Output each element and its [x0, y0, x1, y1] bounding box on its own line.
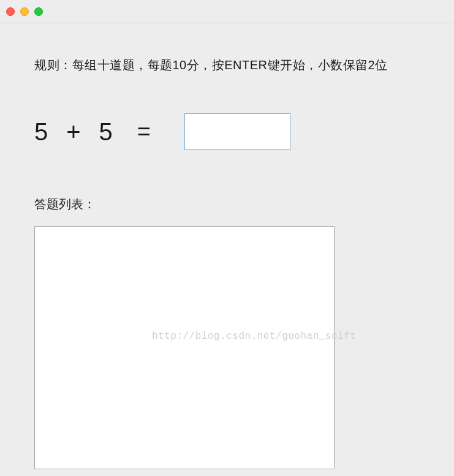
maximize-icon[interactable] [34, 7, 43, 16]
answer-list[interactable] [34, 226, 335, 469]
rules-text: 规则：每组十道题，每题10分，按ENTER键开始，小数保留2位 [34, 57, 420, 74]
minimize-icon[interactable] [20, 7, 29, 16]
operand-a: 5 [34, 118, 48, 146]
equation-row: 5 + 5 = [34, 113, 420, 150]
answer-input[interactable] [184, 113, 290, 150]
close-icon[interactable] [6, 7, 15, 16]
window-titlebar [0, 0, 454, 23]
main-content: 规则：每组十道题，每题10分，按ENTER键开始，小数保留2位 5 + 5 = … [0, 23, 454, 472]
operand-b: 5 [99, 118, 113, 146]
operator: + [66, 118, 80, 146]
equals-sign: = [137, 119, 151, 145]
answer-list-label: 答题列表： [34, 196, 420, 213]
